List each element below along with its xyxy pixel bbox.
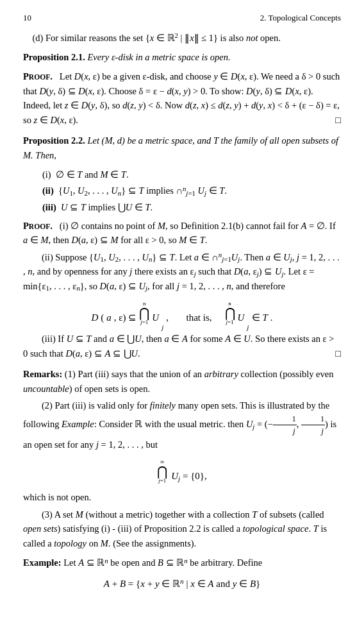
remarks-1: Remarks: (1) Part (iii) says that the un… bbox=[23, 367, 341, 396]
proposition-2-1: Proposition 2.1. Every ε-disk in a metri… bbox=[23, 50, 341, 64]
prop-2-2-item-ii: (ii) {U1, U2, . . . , Un} ⊆ T implies ∩n… bbox=[42, 183, 341, 198]
math-lhs: D(a, ε) ⊆ n ⋂ j=1 Uj, bbox=[91, 301, 169, 325]
remarks-2-cont: which is not open. bbox=[23, 490, 341, 504]
proposition-2-2-title: Proposition 2.2. bbox=[23, 135, 85, 146]
math-rhs: n ⋂ j=1 Uj ∈ T. bbox=[225, 301, 273, 325]
display-math-a-plus-b: A + B = {x + y ∈ ℝn | x ∈ A and y ∈ B} bbox=[23, 577, 341, 591]
prop-2-2-item-iii: (iii) U ⊆ T implies ⋃U ∈ T. bbox=[42, 200, 341, 215]
page-header: 10 2. Topological Concepts bbox=[23, 12, 341, 24]
proof-2-1: PROOF. Let D(x, ε) be a given ε-disk, an… bbox=[23, 69, 341, 127]
proof-2-2-intro: PROOF. (i) ∅ contains no point of M, so … bbox=[23, 219, 341, 248]
remarks: Remarks: (1) Part (iii) says that the un… bbox=[23, 367, 341, 550]
part-d: (d) For similar reasons the set {x ∈ ℝ2 … bbox=[23, 31, 341, 45]
proof-2-2: PROOF. (i) ∅ contains no point of M, so … bbox=[23, 219, 341, 360]
proposition-2-2: Proposition 2.2. Let (M, d) be a metric … bbox=[23, 133, 341, 162]
proof-2-1-text: PROOF. Let D(x, ε) be a given ε-disk, an… bbox=[23, 69, 341, 127]
display-math-intersection: D(a, ε) ⊆ n ⋂ j=1 Uj, that is, n ⋂ j=1 U… bbox=[23, 301, 341, 325]
display-math-infinite-intersection: ∞ ⋂ j=1 Uj = {0}, bbox=[23, 459, 341, 484]
proof-2-2-ii: (ii) Suppose {U1, U2, . . . , Un} ⊆ T. L… bbox=[23, 250, 341, 293]
example-text: Example: Let A ⊆ ℝn be open and B ⊆ ℝn b… bbox=[23, 555, 341, 570]
proposition-2-1-title: Proposition 2.1. bbox=[23, 52, 85, 62]
prop-2-2-list: (i) ∅ ∈ T and M ∈ T. (ii) {U1, U2, . . .… bbox=[42, 167, 341, 215]
math-that-is: that is, bbox=[181, 310, 212, 325]
remarks-2: (2) Part (iii) is valid only for finitel… bbox=[23, 398, 341, 452]
proposition-2-1-text: Every ε-disk in a metric space is open. bbox=[87, 52, 230, 62]
page-number: 10 bbox=[23, 12, 31, 24]
chapter-title: 2. Topological Concepts bbox=[260, 12, 341, 24]
prop-2-2-item-i: (i) ∅ ∈ T and M ∈ T. bbox=[42, 167, 341, 182]
remarks-3: (3) A set M (without a metric) together … bbox=[23, 507, 341, 550]
example-block: Example: Let A ⊆ ℝn be open and B ⊆ ℝn b… bbox=[23, 555, 341, 570]
proof-2-2-iii: (iii) If U ⊆ T and a ∈ ⋃U, then a ∈ A fo… bbox=[23, 332, 341, 360]
